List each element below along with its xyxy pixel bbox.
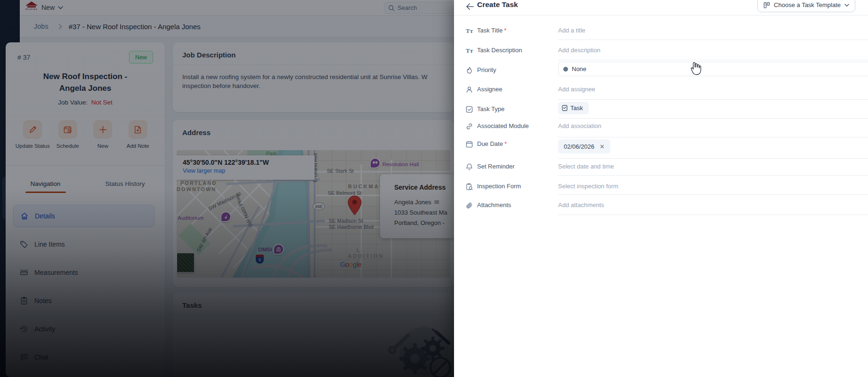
update-status-button[interactable]: Update Status <box>15 120 50 149</box>
sidebar-item-details[interactable]: Details <box>13 205 154 227</box>
job-description-body: Install a new roofing system for a newly… <box>173 65 454 98</box>
job-description-card: Job Description Install a new roofing sy… <box>173 42 454 112</box>
job-title: New Roof Inspection - Angela Jones <box>6 71 165 94</box>
inspection-form-input[interactable]: Select inspection form <box>558 183 618 190</box>
revolution-hall-poi-icon[interactable] <box>370 158 381 168</box>
create-task-drawer: Create Task Choose a Task Template Task … <box>454 0 868 377</box>
calendar-icon <box>465 140 473 148</box>
due-date-chip[interactable]: 02/06/2026 ✕ <box>558 139 610 153</box>
map-label-ladd2: ADDITION <box>348 253 384 259</box>
satellite-view-thumbnail[interactable] <box>177 253 195 273</box>
priority-none-dot <box>563 67 568 72</box>
priority-select[interactable] <box>558 62 868 76</box>
divider <box>558 194 868 195</box>
sidebar-item-activity[interactable]: Activity <box>13 318 154 340</box>
map-label-buckman: BUCKMAN <box>348 184 385 189</box>
field-inspection-form: Inspection Form Select inspection form <box>454 182 868 192</box>
required-asterisk: * <box>504 140 507 147</box>
bell-icon <box>465 163 473 171</box>
divider <box>558 40 868 40</box>
sidebar-item-line-items[interactable]: Line Items <box>13 233 154 256</box>
sidebar-item-measurements[interactable]: Measurements <box>13 261 154 284</box>
google-logo: Google <box>340 260 361 268</box>
assignee-input[interactable]: Add assignee <box>558 86 595 93</box>
sidebar-item-chat[interactable]: Chat <box>13 346 154 369</box>
ruler-icon <box>20 268 28 277</box>
schedule-button[interactable]: Schedule <box>50 120 86 149</box>
sidebar-item-notes[interactable]: Notes <box>13 289 154 312</box>
remove-due-date-icon[interactable]: ✕ <box>600 143 605 150</box>
divider <box>558 175 868 176</box>
attachments-input[interactable]: Add attachments <box>558 201 604 209</box>
divider <box>558 215 868 215</box>
field-task-type: Task Type <box>454 105 868 114</box>
divider <box>6 165 165 166</box>
task-description-input[interactable]: Add description <box>558 47 600 54</box>
search-input[interactable] <box>397 4 449 11</box>
interstate-5-shield: 5 <box>256 255 264 264</box>
template-icon <box>763 2 770 8</box>
map-label-hawthorne: SE Hawthorne Blvd <box>329 224 373 230</box>
job-number: # 37 <box>17 54 30 61</box>
plus-icon <box>93 120 112 139</box>
route-99e-badge: 99E <box>313 202 325 210</box>
association-input[interactable]: Add association <box>558 122 601 129</box>
home-icon <box>20 212 29 220</box>
new-menu-button[interactable]: New <box>41 2 63 13</box>
map-label-ladd1: L. <box>357 247 361 253</box>
task-type-chip[interactable]: Task <box>558 102 589 114</box>
breadcrumb-chevron-icon <box>59 24 62 29</box>
tasks-empty-illustration <box>384 322 454 377</box>
text-icon <box>465 47 473 55</box>
clipboard-icon <box>20 297 28 305</box>
job-value-notset: Not Set <box>91 99 113 106</box>
global-search[interactable] <box>384 2 464 14</box>
checkbox-icon <box>465 105 473 113</box>
tasks-card: Tasks <box>173 293 454 377</box>
view-larger-map-link[interactable]: View larger map <box>183 168 308 174</box>
divider <box>173 315 454 315</box>
note-plus-icon <box>129 120 147 139</box>
clipboard-search-icon <box>465 183 473 191</box>
add-note-button[interactable]: Add Note <box>121 120 156 149</box>
new-menu-label: New <box>41 4 55 11</box>
new-button[interactable]: New <box>85 120 121 149</box>
field-attachments: Attachments Add attachments <box>454 201 868 210</box>
reminder-input[interactable]: Select date and time <box>558 163 614 170</box>
tab-navigation[interactable]: Navigation <box>6 176 85 193</box>
status-badge[interactable]: New <box>129 51 153 64</box>
divider <box>558 158 868 159</box>
breadcrumb-jobs-link[interactable]: Jobs <box>34 23 49 30</box>
choose-template-button[interactable]: Choose a Task Template <box>757 0 855 12</box>
flame-icon <box>465 66 473 74</box>
chevron-down-icon <box>844 4 849 7</box>
divider <box>558 60 868 60</box>
back-arrow-icon[interactable] <box>463 0 476 13</box>
tab-status-history[interactable]: Status History <box>85 176 165 193</box>
link-icon <box>465 122 473 130</box>
breadcrumb-current: #37 - New Roof Inspection - Angela Jones <box>69 23 201 31</box>
paperclip-icon <box>465 201 473 209</box>
map-label-revolution: Revolution Hall <box>382 161 419 167</box>
field-assignee: Assignee Add assignee <box>454 85 868 95</box>
envelope-icon[interactable]: ✉ <box>434 199 439 206</box>
roof-icon <box>25 1 38 6</box>
map-label-auditorium: eller Auditorium <box>177 215 203 221</box>
calendar-clock-icon <box>58 120 77 139</box>
field-associated-module: Associated Module Add association <box>454 122 868 131</box>
field-due-date: Due Date* <box>454 140 868 149</box>
divider <box>558 99 868 100</box>
address-title: Address <box>173 120 454 142</box>
map-coordinates-card: 45°30'50.0"N 122°39'18.1"W View larger m… <box>177 155 315 180</box>
map-destination-pin[interactable] <box>348 195 362 217</box>
map-label-omsi: OMSI <box>258 247 272 252</box>
task-title-input[interactable]: Add a title <box>558 27 585 34</box>
job-value: Job Value: Not Set <box>6 99 165 106</box>
omsi-poi-icon[interactable] <box>273 244 284 255</box>
text-icon <box>465 27 473 35</box>
tag-icon <box>20 240 28 249</box>
auditorium-poi-icon[interactable] <box>220 211 231 222</box>
job-summary-panel: # 37 New New Roof Inspection - Angela Jo… <box>6 42 165 377</box>
quick-actions: Update Status Schedule New Add Note <box>6 120 165 149</box>
map-label-downtown: DOWNTOWN <box>177 186 216 192</box>
